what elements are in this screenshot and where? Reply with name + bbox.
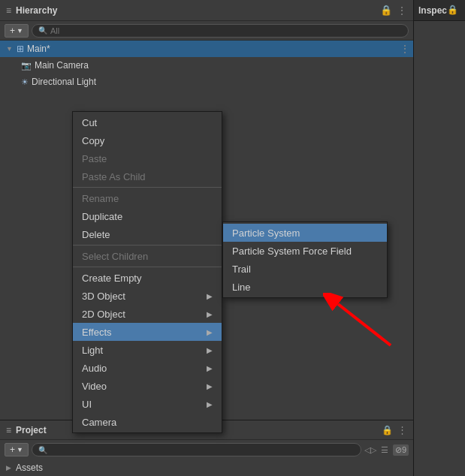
tree-label-main: Main*	[27, 44, 50, 54]
menu-item-video[interactable]: Video ▶	[73, 377, 222, 395]
arrow-effects-icon: ▶	[207, 328, 213, 336]
tree-item-light[interactable]: ☀ Directional Light	[0, 74, 413, 90]
inspector-menu-icon[interactable]: ⋮	[461, 5, 465, 16]
hierarchy-icon: ≡	[6, 5, 11, 16]
effects-submenu: Particle System Particle System Force Fi…	[222, 221, 388, 298]
camera-icon: 📷	[21, 61, 32, 71]
arrow-ui-icon: ▶	[207, 400, 213, 408]
inspector-panel: Inspec 🔒 ⋮	[413, 0, 465, 476]
menu-item-effects[interactable]: Effects ▶	[73, 323, 222, 341]
hierarchy-header: ≡ Hierarchy 🔒 ⋮	[0, 0, 413, 21]
submenu-item-trail[interactable]: Trail	[223, 260, 387, 278]
tree-label-light: Directional Light	[32, 77, 96, 87]
tree-arrow-main: ▼	[6, 45, 14, 53]
menu-item-paste-as-child: Paste As Child	[73, 167, 222, 185]
inspector-title: Inspec	[418, 5, 447, 16]
hierarchy-title: Hierarchy	[16, 5, 57, 16]
project-list-icon[interactable]: ☰	[381, 445, 388, 455]
hierarchy-search-input[interactable]	[50, 26, 402, 35]
hierarchy-menu-icon[interactable]: ⋮	[397, 5, 407, 17]
lock-icon[interactable]: 🔒	[380, 5, 392, 17]
hierarchy-toolbar: + ▼ 🔍	[0, 21, 413, 41]
menu-item-cut[interactable]: Cut	[73, 113, 222, 131]
tree-item-dots[interactable]: ⋮	[400, 43, 410, 55]
project-search-box[interactable]: 🔍	[32, 443, 361, 456]
project-menu-icon[interactable]: ⋮	[397, 424, 407, 435]
inspector-header: Inspec 🔒 ⋮	[414, 0, 465, 21]
menu-item-camera[interactable]: Camera	[73, 413, 222, 431]
assets-row: ▶ Assets	[0, 459, 413, 476]
menu-item-rename: Rename	[73, 189, 222, 207]
project-toolbar-right: ◁▷ ☰ ⊘9	[364, 444, 409, 456]
arrow-light-icon: ▶	[207, 346, 213, 354]
menu-item-light[interactable]: Light ▶	[73, 341, 222, 359]
light-icon: ☀	[21, 77, 29, 87]
submenu-item-particle-system[interactable]: Particle System	[223, 224, 387, 242]
tree-label-camera: Main Camera	[35, 60, 89, 71]
menu-separator-1	[73, 187, 222, 188]
menu-item-duplicate[interactable]: Duplicate	[73, 207, 222, 225]
submenu-item-line[interactable]: Line	[223, 278, 387, 296]
project-toolbar: + ▼ 🔍 ◁▷ ☰ ⊘9	[0, 440, 413, 459]
menu-item-audio[interactable]: Audio ▶	[73, 359, 222, 377]
inspector-lock-icon[interactable]: 🔒	[447, 5, 458, 16]
context-menu: Cut Copy Paste Paste As Child Rename Dup…	[72, 111, 222, 433]
project-icon: ≡	[6, 425, 11, 435]
project-filter-icon[interactable]: ⊘9	[393, 444, 409, 456]
menu-separator-2	[73, 245, 222, 246]
menu-separator-3	[73, 267, 222, 267]
arrow-3d-icon: ▶	[207, 292, 213, 300]
arrow-video-icon: ▶	[207, 382, 213, 390]
menu-item-ui[interactable]: UI ▶	[73, 395, 222, 413]
menu-item-select-children: Select Children	[73, 247, 222, 265]
project-search-icon: 🔍	[38, 446, 47, 454]
project-title: Project	[16, 425, 47, 435]
search-icon: 🔍	[38, 26, 47, 35]
project-nav-icon[interactable]: ◁▷	[364, 445, 376, 455]
menu-item-delete[interactable]: Delete	[73, 225, 222, 243]
menu-item-3d-object[interactable]: 3D Object ▶	[73, 287, 222, 305]
hierarchy-add-button[interactable]: + ▼	[5, 24, 29, 38]
menu-item-2d-object[interactable]: 2D Object ▶	[73, 305, 222, 323]
project-lock-icon[interactable]: 🔒	[382, 425, 393, 435]
arrow-audio-icon: ▶	[207, 364, 213, 372]
tree-item-main[interactable]: ▼ ⊞ Main* ⋮	[0, 41, 413, 57]
menu-item-copy[interactable]: Copy	[73, 131, 222, 149]
hierarchy-search-box[interactable]: 🔍	[32, 24, 409, 38]
submenu-item-particle-system-force-field[interactable]: Particle System Force Field	[223, 242, 387, 260]
scene-icon: ⊞	[17, 44, 24, 54]
menu-item-create-empty[interactable]: Create Empty	[73, 269, 222, 287]
arrow-2d-icon: ▶	[207, 310, 213, 318]
tree-item-camera[interactable]: 📷 Main Camera	[0, 57, 413, 74]
project-add-button[interactable]: + ▼	[5, 443, 29, 456]
assets-label: Assets	[16, 462, 43, 473]
menu-item-paste: Paste	[73, 149, 222, 167]
